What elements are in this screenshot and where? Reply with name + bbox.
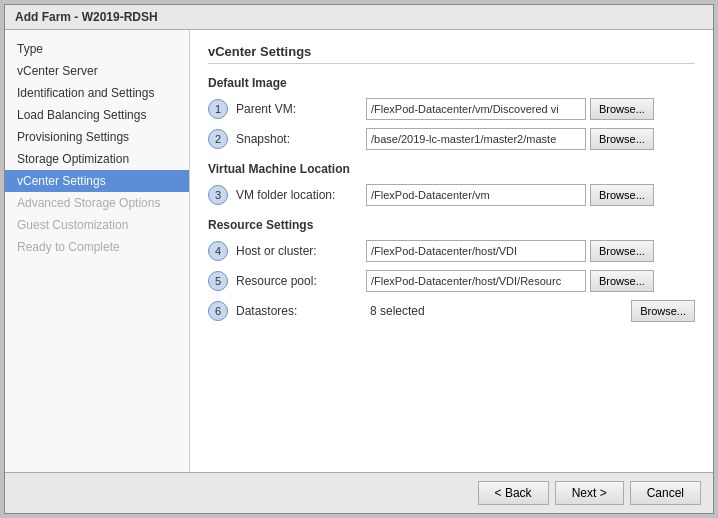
parent-vm-browse[interactable]: Browse... xyxy=(590,98,654,120)
step-5-circle: 5 xyxy=(208,271,228,291)
step-2-circle: 2 xyxy=(208,129,228,149)
vm-folder-row: 3 VM folder location: Browse... xyxy=(208,184,695,206)
snapshot-input[interactable] xyxy=(366,128,586,150)
parent-vm-label: Parent VM: xyxy=(236,102,366,116)
sidebar: Type vCenter Server Identification and S… xyxy=(5,30,190,472)
footer: < Back Next > Cancel xyxy=(5,472,713,513)
parent-vm-input[interactable] xyxy=(366,98,586,120)
step-1-circle: 1 xyxy=(208,99,228,119)
host-cluster-browse[interactable]: Browse... xyxy=(590,240,654,262)
sidebar-item-load-balancing[interactable]: Load Balancing Settings xyxy=(5,104,189,126)
host-cluster-input[interactable] xyxy=(366,240,586,262)
default-image-title: Default Image xyxy=(208,76,695,90)
snapshot-label: Snapshot: xyxy=(236,132,366,146)
sidebar-item-type[interactable]: Type xyxy=(5,38,189,60)
datastores-value: 8 selected xyxy=(370,304,425,318)
resource-pool-label: Resource pool: xyxy=(236,274,366,288)
sidebar-item-storage-opt[interactable]: Storage Optimization xyxy=(5,148,189,170)
parent-vm-row: 1 Parent VM: Browse... xyxy=(208,98,695,120)
sidebar-item-guest-customization: Guest Customization xyxy=(5,214,189,236)
vm-folder-browse[interactable]: Browse... xyxy=(590,184,654,206)
host-cluster-row: 4 Host or cluster: Browse... xyxy=(208,240,695,262)
snapshot-browse[interactable]: Browse... xyxy=(590,128,654,150)
sidebar-item-vcenter-settings[interactable]: vCenter Settings xyxy=(5,170,189,192)
section-title: vCenter Settings xyxy=(208,44,695,64)
sidebar-item-ready: Ready to Complete xyxy=(5,236,189,258)
main-window: Add Farm - W2019-RDSH Type vCenter Serve… xyxy=(4,4,714,514)
resource-pool-browse[interactable]: Browse... xyxy=(590,270,654,292)
step-6-circle: 6 xyxy=(208,301,228,321)
host-cluster-label: Host or cluster: xyxy=(236,244,366,258)
window-title: Add Farm - W2019-RDSH xyxy=(15,10,158,24)
resource-pool-input[interactable] xyxy=(366,270,586,292)
back-button[interactable]: < Back xyxy=(478,481,549,505)
sidebar-item-identification[interactable]: Identification and Settings xyxy=(5,82,189,104)
step-3-circle: 3 xyxy=(208,185,228,205)
next-button[interactable]: Next > xyxy=(555,481,624,505)
sidebar-item-advanced-storage: Advanced Storage Options xyxy=(5,192,189,214)
datastores-label: Datastores: xyxy=(236,304,366,318)
vm-folder-input[interactable] xyxy=(366,184,586,206)
resource-settings-title: Resource Settings xyxy=(208,218,695,232)
vm-location-title: Virtual Machine Location xyxy=(208,162,695,176)
datastores-row: 6 Datastores: 8 selected Browse... xyxy=(208,300,695,322)
cancel-button[interactable]: Cancel xyxy=(630,481,701,505)
main-panel: vCenter Settings Default Image 1 Parent … xyxy=(190,30,713,472)
title-bar: Add Farm - W2019-RDSH xyxy=(5,5,713,30)
sidebar-item-provisioning[interactable]: Provisioning Settings xyxy=(5,126,189,148)
vm-folder-label: VM folder location: xyxy=(236,188,366,202)
sidebar-item-vcenter-server[interactable]: vCenter Server xyxy=(5,60,189,82)
datastores-browse[interactable]: Browse... xyxy=(631,300,695,322)
step-4-circle: 4 xyxy=(208,241,228,261)
snapshot-row: 2 Snapshot: Browse... xyxy=(208,128,695,150)
content-area: Type vCenter Server Identification and S… xyxy=(5,30,713,472)
resource-pool-row: 5 Resource pool: Browse... xyxy=(208,270,695,292)
